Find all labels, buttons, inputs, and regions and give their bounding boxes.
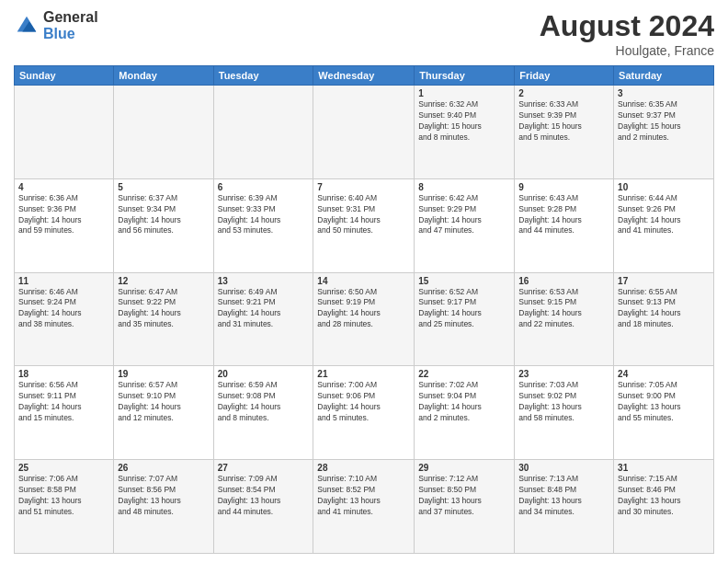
header-row: SundayMondayTuesdayWednesdayThursdayFrid… [15, 66, 714, 86]
day-cell: 25Sunrise: 7:06 AMSunset: 8:58 PMDayligh… [15, 460, 114, 554]
day-info: Sunset: 9:31 PM [317, 204, 410, 215]
day-cell: 8Sunrise: 6:42 AMSunset: 9:29 PMDaylight… [415, 178, 515, 272]
day-info: Daylight: 13 hours [618, 402, 710, 413]
day-info: Sunset: 9:24 PM [18, 297, 109, 308]
day-info: and 8 minutes. [418, 132, 510, 144]
day-info: and 59 minutes. [18, 225, 109, 236]
page: General Blue August 2024 Houlgate, Franc… [0, 0, 728, 563]
day-info: and 56 minutes. [118, 225, 209, 236]
day-number: 12 [118, 276, 209, 286]
header-cell-wednesday: Wednesday [313, 66, 415, 86]
day-number: 11 [18, 276, 109, 286]
day-info: Sunset: 9:34 PM [118, 204, 209, 215]
day-info: and 8 minutes. [218, 413, 310, 424]
day-info: and 25 minutes. [418, 319, 510, 330]
day-info: and 58 minutes. [518, 413, 609, 424]
day-number: 8 [418, 182, 510, 192]
day-info: Daylight: 14 hours [18, 402, 109, 413]
day-info: Sunrise: 6:40 AM [317, 193, 410, 204]
day-info: and 35 minutes. [118, 319, 209, 330]
day-info: and 5 minutes. [518, 132, 609, 144]
day-number: 2 [518, 88, 609, 98]
day-info: Sunset: 9:06 PM [317, 391, 410, 402]
day-info: Daylight: 14 hours [317, 308, 410, 319]
day-number: 4 [18, 182, 109, 192]
day-info: and 37 minutes. [418, 507, 510, 518]
day-cell: 20Sunrise: 6:59 AMSunset: 9:08 PMDayligh… [213, 366, 313, 460]
day-info: Daylight: 14 hours [118, 402, 209, 413]
day-cell: 7Sunrise: 6:40 AMSunset: 9:31 PMDaylight… [313, 178, 415, 272]
day-info: and 55 minutes. [618, 413, 710, 424]
day-info: Sunrise: 7:02 AM [418, 380, 510, 391]
header: General Blue August 2024 Houlgate, Franc… [14, 9, 714, 58]
calendar-table: SundayMondayTuesdayWednesdayThursdayFrid… [14, 65, 714, 554]
day-number: 15 [418, 276, 510, 286]
day-info: Sunrise: 6:57 AM [118, 380, 209, 391]
day-cell: 31Sunrise: 7:15 AMSunset: 8:46 PMDayligh… [614, 460, 714, 554]
week-row-2: 11Sunrise: 6:46 AMSunset: 9:24 PMDayligh… [15, 272, 714, 366]
calendar-header: SundayMondayTuesdayWednesdayThursdayFrid… [15, 66, 714, 86]
day-info: Sunrise: 7:06 AM [18, 474, 109, 485]
day-info: Daylight: 14 hours [618, 215, 710, 226]
week-row-0: 1Sunrise: 6:32 AMSunset: 9:40 PMDaylight… [15, 86, 714, 179]
day-cell: 1Sunrise: 6:32 AMSunset: 9:40 PMDaylight… [415, 86, 515, 179]
day-number: 28 [317, 463, 410, 473]
day-cell: 22Sunrise: 7:02 AMSunset: 9:04 PMDayligh… [415, 366, 515, 460]
day-info: and 50 minutes. [317, 225, 410, 236]
day-info: Sunset: 8:56 PM [118, 485, 209, 496]
day-info: and 22 minutes. [518, 319, 609, 330]
day-cell [213, 86, 313, 179]
day-info: Daylight: 14 hours [18, 215, 109, 226]
day-info: Daylight: 14 hours [418, 215, 510, 226]
day-cell: 30Sunrise: 7:13 AMSunset: 8:48 PMDayligh… [515, 460, 614, 554]
day-info: Daylight: 13 hours [317, 496, 410, 507]
day-info: Daylight: 14 hours [18, 308, 109, 319]
day-number: 16 [518, 276, 609, 286]
day-number: 14 [317, 276, 410, 286]
day-number: 18 [18, 369, 109, 379]
day-info: and 12 minutes. [118, 413, 209, 424]
day-cell: 24Sunrise: 7:05 AMSunset: 9:00 PMDayligh… [614, 366, 714, 460]
day-info: Sunrise: 6:46 AM [18, 287, 109, 298]
logo-general: General [43, 9, 98, 26]
day-info: and 38 minutes. [18, 319, 109, 330]
day-number: 1 [418, 88, 510, 98]
day-cell: 23Sunrise: 7:03 AMSunset: 9:02 PMDayligh… [515, 366, 614, 460]
day-info: Sunset: 9:15 PM [518, 297, 609, 308]
day-info: and 41 minutes. [618, 225, 710, 236]
day-info: Sunrise: 7:12 AM [418, 474, 510, 485]
day-info: and 44 minutes. [218, 507, 310, 518]
day-cell: 17Sunrise: 6:55 AMSunset: 9:13 PMDayligh… [614, 272, 714, 366]
header-cell-tuesday: Tuesday [213, 66, 313, 86]
logo-blue: Blue [43, 26, 98, 42]
day-info: and 30 minutes. [618, 507, 710, 518]
day-cell: 5Sunrise: 6:37 AMSunset: 9:34 PMDaylight… [114, 178, 213, 272]
day-info: and 18 minutes. [618, 319, 710, 330]
day-info: Daylight: 14 hours [418, 308, 510, 319]
day-info: Sunset: 9:08 PM [218, 391, 310, 402]
day-info: Sunset: 9:22 PM [118, 297, 209, 308]
day-cell [114, 86, 213, 179]
day-info: and 47 minutes. [418, 225, 510, 236]
day-info: Sunrise: 6:32 AM [418, 99, 510, 110]
day-info: and 28 minutes. [317, 319, 410, 330]
day-info: and 51 minutes. [18, 507, 109, 518]
day-cell: 13Sunrise: 6:49 AMSunset: 9:21 PMDayligh… [213, 272, 313, 366]
day-cell: 9Sunrise: 6:43 AMSunset: 9:28 PMDaylight… [515, 178, 614, 272]
day-info: Sunset: 8:52 PM [317, 485, 410, 496]
day-cell: 18Sunrise: 6:56 AMSunset: 9:11 PMDayligh… [15, 366, 114, 460]
day-number: 20 [218, 369, 310, 379]
day-info: Daylight: 14 hours [118, 308, 209, 319]
day-info: Daylight: 14 hours [218, 215, 310, 226]
header-cell-thursday: Thursday [415, 66, 515, 86]
day-info: Sunset: 9:36 PM [18, 204, 109, 215]
day-cell [15, 86, 114, 179]
logo: General Blue [14, 9, 98, 41]
day-cell: 19Sunrise: 6:57 AMSunset: 9:10 PMDayligh… [114, 366, 213, 460]
day-info: Sunrise: 6:50 AM [317, 287, 410, 298]
header-cell-sunday: Sunday [15, 66, 114, 86]
day-info: Daylight: 13 hours [618, 496, 710, 507]
day-info: Sunrise: 7:05 AM [618, 380, 710, 391]
day-info: Sunrise: 6:53 AM [518, 287, 609, 298]
day-cell: 12Sunrise: 6:47 AMSunset: 9:22 PMDayligh… [114, 272, 213, 366]
